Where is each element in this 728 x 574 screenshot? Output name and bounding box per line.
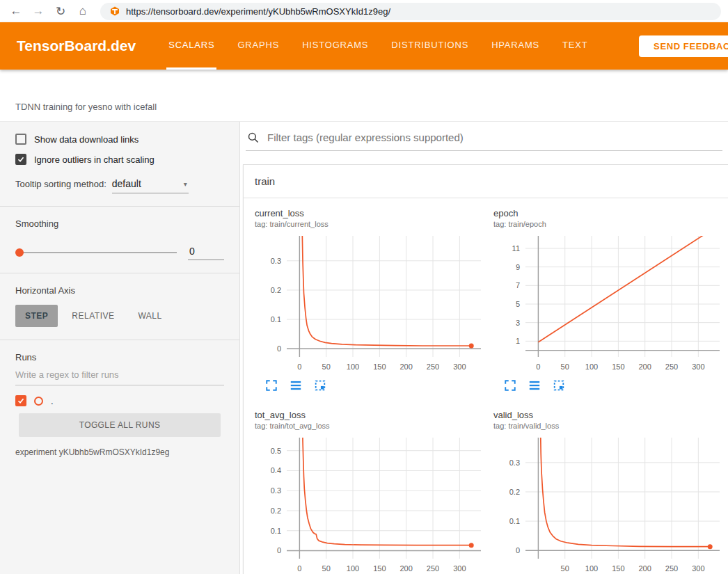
svg-text:1: 1 — [516, 337, 520, 345]
address-bar[interactable]: https://tensorboard.dev/experiment/yKUbh… — [100, 3, 721, 20]
axis-wall-button[interactable]: WALL — [128, 305, 171, 327]
svg-text:0: 0 — [277, 546, 281, 555]
run-checkbox[interactable] — [15, 395, 26, 406]
data-table-button[interactable] — [289, 379, 303, 393]
svg-text:200: 200 — [400, 362, 413, 371]
chart-valid-loss: valid_loss tag: train/valid_loss 5010015… — [493, 410, 727, 574]
chart-title: valid_loss — [493, 410, 727, 420]
svg-text:0.4: 0.4 — [271, 466, 281, 475]
svg-text:100: 100 — [347, 362, 359, 371]
svg-text:0.2: 0.2 — [271, 507, 281, 515]
fit-domain-icon — [553, 379, 565, 392]
svg-text:250: 250 — [665, 362, 678, 371]
tab-histograms[interactable]: HISTOGRAMS — [300, 22, 370, 70]
chart-epoch: epoch tag: train/epoch 05010015020025030… — [493, 208, 727, 393]
chart-current-loss: current_loss tag: train/current_loss 050… — [255, 208, 488, 393]
ignore-outliers-label: Ignore outliers in chart scaling — [34, 154, 155, 165]
expand-chart-button[interactable] — [264, 379, 278, 393]
browser-toolbar: ← → ↻ ⌂ https://tensorboard.dev/experime… — [0, 0, 728, 22]
chart-plot-area[interactable]: 05010015020025030000.10.20.30.40.5 — [255, 433, 488, 574]
home-button[interactable]: ⌂ — [74, 2, 92, 20]
smoothing-label: Smoothing — [15, 218, 224, 229]
forward-button[interactable]: → — [29, 2, 47, 20]
fit-domain-button[interactable] — [552, 379, 566, 393]
svg-text:50: 50 — [322, 564, 331, 573]
svg-text:50: 50 — [561, 564, 569, 573]
chart-tag: tag: train/valid_loss — [493, 422, 727, 430]
expand-icon — [504, 379, 516, 392]
experiment-title: TDNN training for yesno with icefall — [15, 102, 157, 112]
svg-text:0.5: 0.5 — [271, 447, 281, 455]
slider-track — [15, 252, 177, 253]
svg-text:3: 3 — [516, 319, 520, 327]
svg-text:250: 250 — [427, 564, 439, 573]
tab-text[interactable]: TEXT — [560, 22, 589, 70]
svg-text:0: 0 — [297, 564, 301, 573]
tag-group-header[interactable]: train — [244, 165, 728, 198]
filter-tags-input[interactable] — [266, 131, 721, 144]
send-feedback-button[interactable]: SEND FEEDBACK — [639, 35, 728, 57]
svg-text:0.3: 0.3 — [271, 257, 281, 265]
svg-text:200: 200 — [400, 564, 413, 573]
axis-step-button[interactable]: STEP — [15, 305, 58, 327]
svg-text:200: 200 — [639, 362, 651, 371]
svg-text:300: 300 — [692, 564, 704, 573]
runs-filter-input[interactable] — [15, 362, 224, 385]
url-text: https://tensorboard.dev/experiment/yKUbh… — [126, 6, 390, 17]
svg-text:150: 150 — [373, 564, 386, 573]
nav-tabs: SCALARS GRAPHS HISTOGRAMS DISTRIBUTIONS … — [166, 22, 608, 70]
fit-domain-button[interactable] — [313, 379, 327, 393]
chart-title: current_loss — [255, 208, 488, 218]
svg-text:11: 11 — [512, 244, 520, 253]
horizontal-axis-label: Horizontal Axis — [15, 285, 224, 296]
smoothing-slider[interactable] — [15, 248, 177, 257]
svg-text:0: 0 — [516, 546, 520, 555]
show-download-links-checkbox[interactable] — [15, 134, 26, 145]
run-row: . — [15, 395, 224, 406]
run-color-swatch[interactable] — [34, 397, 43, 406]
svg-text:0.2: 0.2 — [271, 286, 281, 294]
svg-text:300: 300 — [453, 362, 466, 371]
expand-chart-button[interactable] — [503, 379, 517, 393]
run-name-label: . — [51, 396, 54, 406]
svg-text:200: 200 — [639, 564, 651, 573]
main-content: train current_loss tag: train/current_lo… — [240, 122, 728, 574]
brand-title[interactable]: TensorBoard.dev — [17, 22, 136, 70]
svg-text:300: 300 — [692, 362, 704, 371]
svg-text:0: 0 — [277, 344, 281, 353]
tab-distributions[interactable]: DISTRIBUTIONS — [389, 22, 470, 70]
svg-text:50: 50 — [322, 362, 331, 371]
svg-text:150: 150 — [612, 362, 624, 371]
back-button[interactable]: ← — [7, 2, 25, 20]
reload-button[interactable]: ↻ — [52, 2, 70, 20]
chart-plot-area[interactable]: 0501001502002503001357911 — [493, 232, 727, 375]
tab-graphs[interactable]: GRAPHS — [235, 22, 281, 70]
expand-icon — [265, 379, 278, 392]
show-download-links-label: Show data download links — [34, 134, 139, 145]
chart-tag: tag: train/current_loss — [255, 220, 488, 228]
chart-plot-area[interactable]: 05010015020025030000.10.20.3 — [255, 232, 488, 375]
check-icon — [17, 397, 25, 405]
tooltip-sorting-select[interactable]: default ▾ — [112, 177, 189, 193]
data-table-button[interactable] — [528, 379, 541, 393]
experiment-id-label: experiment yKUbhb5wRmOSXYkId1z9eg — [15, 447, 224, 457]
svg-text:5: 5 — [516, 300, 520, 308]
svg-text:0.3: 0.3 — [271, 486, 281, 495]
slider-thumb[interactable] — [15, 248, 24, 257]
chart-title: epoch — [493, 208, 727, 218]
chart-title: tot_avg_loss — [255, 410, 488, 420]
svg-text:0.1: 0.1 — [509, 517, 520, 525]
svg-text:7: 7 — [516, 281, 520, 289]
tab-hparams[interactable]: HPARAMS — [489, 22, 541, 70]
svg-text:100: 100 — [347, 564, 359, 573]
svg-text:300: 300 — [453, 564, 466, 573]
axis-relative-button[interactable]: RELATIVE — [62, 305, 124, 327]
chart-tag: tag: train/epoch — [493, 220, 727, 228]
runs-label: Runs — [15, 352, 224, 362]
app-header: TensorBoard.dev SCALARS GRAPHS HISTOGRAM… — [0, 22, 728, 70]
tab-scalars[interactable]: SCALARS — [166, 22, 216, 70]
smoothing-value-input[interactable] — [188, 244, 224, 260]
chart-plot-area[interactable]: 5010015020025030000.10.20.3 — [493, 433, 727, 574]
toggle-all-runs-button[interactable]: TOGGLE ALL RUNS — [19, 413, 221, 437]
ignore-outliers-checkbox[interactable] — [15, 154, 26, 165]
